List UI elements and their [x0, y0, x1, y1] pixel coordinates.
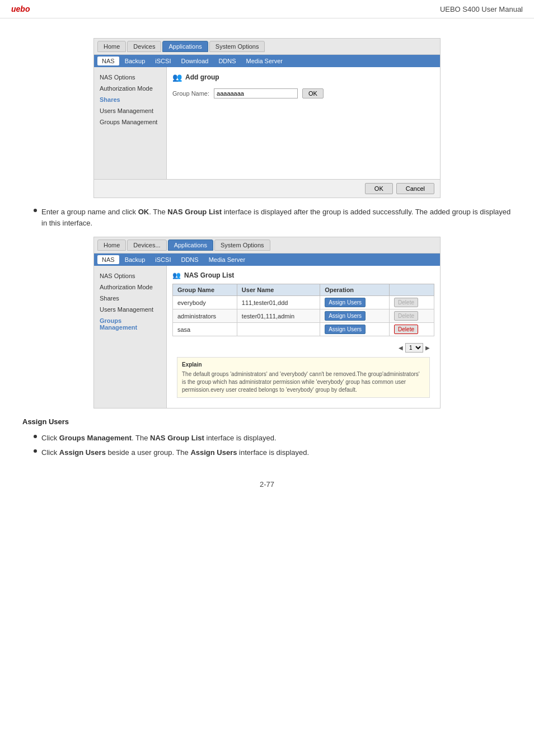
nas-group-list-title: NAS Group List: [184, 271, 234, 279]
assign-users-heading: Assign Users: [22, 417, 512, 426]
sub2-tab-media-server[interactable]: Media Server: [204, 255, 250, 264]
panel1-footer: OK Cancel: [94, 179, 440, 198]
bullet-dot-1: [34, 209, 37, 212]
sidebar-nas-options[interactable]: NAS Options: [94, 72, 166, 83]
cell-delete-admins: Delete: [390, 309, 434, 323]
cell-group-sasa: sasa: [173, 323, 237, 336]
tab2-devices[interactable]: Devices...: [127, 240, 166, 251]
group-list-table: Group Name User Name Operation everybody…: [172, 284, 434, 336]
panel2-content: 👥 NAS Group List Group Name User Name Op…: [167, 266, 440, 408]
assign-bullet-dot-2: [34, 449, 37, 453]
nas-group-list-panel: Home Devices... Applications System Opti…: [93, 237, 441, 408]
top-nav: Home Devices Applications System Options: [94, 39, 440, 55]
add-group-icon: 👥: [172, 73, 182, 82]
sub2-tab-nas[interactable]: NAS: [97, 255, 119, 264]
add-group-panel: Home Devices Applications System Options…: [93, 38, 441, 198]
sub2-tab-iscsi[interactable]: iSCSI: [151, 255, 175, 264]
assign-users-sasa-btn[interactable]: Assign Users: [325, 325, 366, 334]
cell-user-everybody: 111,tester01,ddd: [237, 296, 320, 309]
cell-delete-everybody: Delete: [390, 296, 434, 309]
panel1-body: NAS Options Authorization Mode Shares Us…: [94, 67, 440, 179]
bullet-text-1: Enter a group name and click OK. The NAS…: [41, 206, 512, 228]
sidebar2-nas-options[interactable]: NAS Options: [94, 270, 166, 281]
delete-admins-btn[interactable]: Delete: [394, 311, 418, 321]
cancel-button[interactable]: Cancel: [396, 183, 434, 194]
cell-op-everybody: Assign Users: [320, 296, 390, 309]
panel2-sidebar: NAS Options Authorization Mode Shares Us…: [94, 266, 167, 408]
delete-sasa-btn[interactable]: Delete: [394, 325, 418, 334]
assign-users-everybody-btn[interactable]: Assign Users: [325, 298, 366, 307]
inline-ok-button[interactable]: OK: [302, 88, 324, 98]
bold-groups-mgmt: Groups Management: [59, 434, 132, 442]
cell-group-everybody: everybody: [173, 296, 237, 309]
assign-bullets-section: Click Groups Management. The NAS Group L…: [34, 433, 512, 458]
bullet-section-1: Enter a group name and click OK. The NAS…: [34, 206, 512, 228]
assign-bullet-text-2: Click Assign Users beside a user group. …: [41, 447, 309, 458]
bold-ok: OK: [138, 208, 149, 216]
table-row: administrators tester01,111,admin Assign…: [173, 309, 434, 323]
assign-bullet-1: Click Groups Management. The NAS Group L…: [34, 433, 512, 444]
assign-users-admins-btn[interactable]: Assign Users: [325, 311, 366, 321]
explain-text: The default groups 'administrators' and …: [182, 370, 425, 394]
cell-op-admins: Assign Users: [320, 309, 390, 323]
table-row: everybody 111,tester01,ddd Assign Users …: [173, 296, 434, 309]
sidebar-shares[interactable]: Shares: [94, 94, 166, 105]
top-nav-2: Home Devices... Applications System Opti…: [94, 237, 440, 253]
assign-bullet-dot-1: [34, 435, 37, 438]
sidebar-users-mgmt[interactable]: Users Management: [94, 105, 166, 116]
sidebar2-shares[interactable]: Shares: [94, 293, 166, 304]
sub-tab-media-server[interactable]: Media Server: [242, 57, 287, 65]
tab-devices[interactable]: Devices: [127, 41, 161, 52]
sub-tab-backup[interactable]: Backup: [120, 57, 150, 65]
group-name-label: Group Name:: [172, 90, 209, 97]
next-page-arrow[interactable]: ▶: [425, 345, 430, 351]
sidebar2-auth-mode[interactable]: Authorization Mode: [94, 281, 166, 293]
panel2-body: NAS Options Authorization Mode Shares Us…: [94, 266, 440, 408]
add-group-title: Add group: [185, 73, 219, 81]
explain-title: Explain: [182, 361, 425, 369]
col-user-name: User Name: [237, 284, 320, 296]
tab-system-options[interactable]: System Options: [209, 41, 265, 52]
bold-nas-group-list-2: NAS Group List: [150, 434, 204, 442]
nas-group-list-header: 👥 NAS Group List: [172, 271, 434, 279]
tab2-system-options[interactable]: System Options: [214, 240, 270, 251]
cell-op-sasa: Assign Users: [320, 323, 390, 336]
sidebar-groups-mgmt[interactable]: Groups Management: [94, 116, 166, 128]
sub-tab-ddns[interactable]: DDNS: [214, 57, 240, 65]
group-form-row: Group Name: OK: [172, 88, 434, 98]
sidebar-auth-mode[interactable]: Authorization Mode: [94, 83, 166, 94]
cell-group-admins: administrators: [173, 309, 237, 323]
ok-button[interactable]: OK: [365, 183, 393, 194]
tab-applications[interactable]: Applications: [162, 41, 208, 52]
col-group-name: Group Name: [173, 284, 237, 296]
group-name-input[interactable]: [214, 88, 298, 98]
page-header: uebo UEBO S400 User Manual: [0, 0, 534, 18]
page-select[interactable]: 1: [405, 343, 423, 353]
tab-home[interactable]: Home: [97, 41, 126, 52]
table-row: sasa Assign Users Delete: [173, 323, 434, 336]
tab2-applications[interactable]: Applications: [168, 240, 213, 251]
sub-tab-nas[interactable]: NAS: [97, 57, 119, 65]
delete-everybody-btn[interactable]: Delete: [394, 298, 418, 307]
bullet-item-1: Enter a group name and click OK. The NAS…: [34, 206, 512, 228]
sidebar2-groups-mgmt[interactable]: Groups Management: [94, 315, 166, 333]
bold-assign-users: Assign Users: [59, 448, 106, 457]
logo: uebo: [11, 4, 30, 13]
tab2-home[interactable]: Home: [97, 240, 126, 251]
explain-box: Explain The default groups 'administrato…: [177, 357, 430, 398]
main-content: Home Devices Applications System Options…: [0, 18, 534, 500]
cell-user-admins: tester01,111,admin: [237, 309, 320, 323]
sidebar2-users-mgmt[interactable]: Users Management: [94, 304, 166, 315]
sub2-tab-backup[interactable]: Backup: [120, 255, 150, 264]
bold-nas-group-list: NAS Group List: [167, 208, 222, 216]
sub-tab-download[interactable]: Download: [176, 57, 213, 65]
bold-assign-users-2: Assign Users: [190, 448, 237, 457]
col-operation: Operation: [320, 284, 390, 296]
page-number: 2-77: [22, 480, 512, 489]
cell-user-sasa: [237, 323, 320, 336]
sub-nav-2: NAS Backup iSCSI DDNS Media Server: [94, 253, 440, 266]
sub-tab-iscsi[interactable]: iSCSI: [151, 57, 175, 65]
prev-page-arrow[interactable]: ◀: [399, 345, 403, 351]
manual-title: UEBO S400 User Manual: [440, 5, 523, 13]
sub2-tab-ddns[interactable]: DDNS: [176, 255, 203, 264]
